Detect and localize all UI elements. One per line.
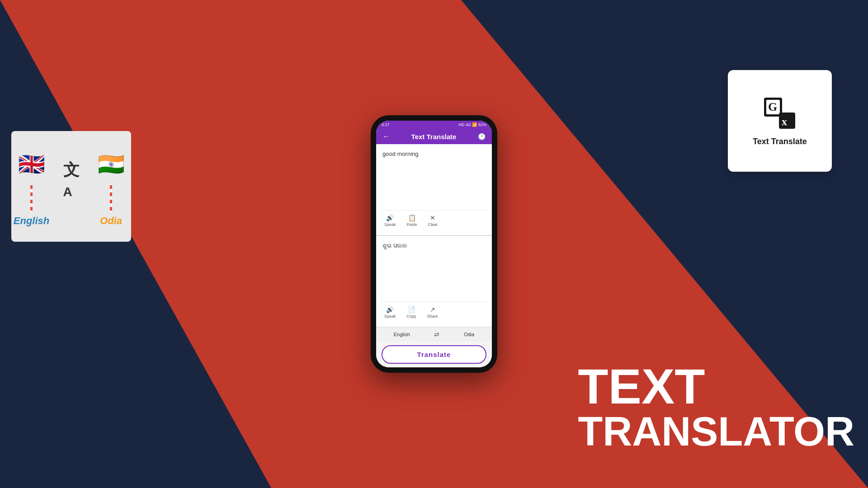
output-action-buttons: 🔊 Speak 📄 Copy ↗ Share [381, 302, 487, 322]
paste-button[interactable]: 📋 Paste [403, 212, 421, 229]
translate-button-container: Translate [376, 342, 492, 367]
pole-decoration [30, 185, 33, 212]
translate-button[interactable]: Translate [382, 345, 486, 364]
swap-language-button[interactable]: ⇄ [434, 331, 439, 338]
output-text: ଶୁଭ ସକାଳ [381, 240, 487, 300]
source-language-button[interactable]: English [394, 332, 410, 337]
svg-text:G: G [768, 100, 777, 113]
share-label: Share [427, 314, 438, 319]
odia-flag: 🇮🇳 [93, 146, 129, 183]
svg-text:x: x [782, 116, 787, 127]
share-icon: ↗ [430, 306, 435, 313]
flags-container: 🇬🇧 English 文A 🇮🇳 Odia [14, 146, 129, 227]
big-text-line2: TRANSLATOR [578, 411, 854, 452]
status-time: 4:27 [382, 122, 390, 127]
copy-label: Copy [407, 314, 416, 319]
phone-screen: 4:27 HD 4G 📶 82% ← Text Translate 🕐 good… [376, 121, 492, 367]
gt-logo-icon: G x [762, 95, 798, 131]
output-area: ଶୁଭ ସକାଳ 🔊 Speak 📄 Copy ↗ Share [376, 236, 492, 327]
big-text-container: TEXT TRANSLATOR [578, 361, 854, 452]
background-navy-left [0, 0, 271, 488]
app-title: Text Translate [411, 133, 457, 141]
phone-device: 4:27 HD 4G 📶 82% ← Text Translate 🕐 good… [371, 115, 497, 373]
input-speak-button[interactable]: 🔊 Speak [381, 212, 400, 229]
app-header: ← Text Translate 🕐 [376, 129, 492, 144]
english-flag-pole [30, 185, 33, 212]
google-translate-svg: G x [762, 95, 798, 131]
clear-label: Clear [428, 222, 438, 227]
output-speak-button[interactable]: 🔊 Speak [381, 304, 400, 320]
english-flag: 🇬🇧 [14, 146, 50, 183]
clear-icon: ✕ [430, 214, 435, 221]
target-language-item: 🇮🇳 Odia [93, 146, 129, 227]
language-selector: English ⇄ Odia [376, 327, 492, 342]
input-area: good morning 🔊 Speak 📋 Paste ✕ Clear [376, 144, 492, 235]
output-speak-icon: 🔊 [386, 306, 394, 313]
speak-label: Speak [384, 222, 396, 227]
target-language-button[interactable]: Odia [464, 332, 474, 337]
copy-button[interactable]: 📄 Copy [403, 304, 420, 320]
back-button[interactable]: ← [382, 132, 390, 141]
input-action-buttons: 🔊 Speak 📋 Paste ✕ Clear [381, 210, 487, 230]
output-speak-label: Speak [384, 314, 396, 319]
speak-icon: 🔊 [386, 214, 394, 221]
paste-icon: 📋 [408, 214, 416, 221]
english-label: English [14, 215, 49, 227]
phone-mockup-container: 4:27 HD 4G 📶 82% ← Text Translate 🕐 good… [371, 115, 497, 373]
left-language-panel: 🇬🇧 English 文A 🇮🇳 Odia [11, 131, 131, 242]
pole-decoration-2 [110, 185, 112, 212]
translate-symbol: 文A [63, 159, 80, 200]
share-button[interactable]: ↗ Share [424, 304, 442, 320]
big-text-line1: TEXT [578, 361, 854, 411]
translate-icon-center: 文A [63, 159, 80, 200]
status-signal: HD 4G 📶 82% [458, 122, 486, 127]
copy-icon: 📄 [408, 306, 415, 313]
odia-flag-pole [110, 185, 112, 212]
clear-button[interactable]: ✕ Clear [425, 212, 442, 229]
paste-label: Paste [407, 222, 417, 227]
status-bar: 4:27 HD 4G 📶 82% [376, 121, 492, 129]
input-text[interactable]: good morning [381, 149, 487, 208]
right-card-title: Text Translate [753, 137, 807, 146]
source-language-item: 🇬🇧 English [14, 146, 50, 227]
history-button[interactable]: 🕐 [478, 133, 486, 140]
odia-label: Odia [100, 215, 122, 227]
app-logo-card: G x Text Translate [728, 70, 832, 172]
